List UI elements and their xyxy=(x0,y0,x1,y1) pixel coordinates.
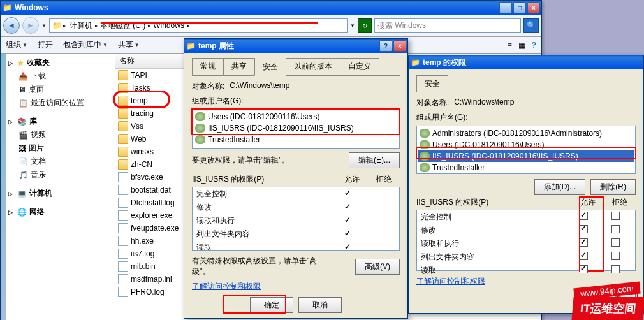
sidebar-item-recent[interactable]: 📋最近访问的位置 xyxy=(7,96,113,110)
include-menu[interactable]: 包含到库中▼ xyxy=(63,40,108,50)
tab-2[interactable]: 安全 xyxy=(254,59,286,76)
deny-header: 拒绝 xyxy=(604,197,636,208)
properties-dialog: 📁 temp 属性 ? × 常规共享安全以前的版本自定义 对象名称: C:\Wi… xyxy=(184,38,408,319)
allow-checkbox[interactable] xyxy=(580,212,588,220)
nav-strip xyxy=(1,54,6,320)
props-titlebar[interactable]: 📁 temp 属性 ? × xyxy=(184,39,407,53)
help-icon[interactable]: ? xyxy=(532,41,536,50)
file-name: bootstat.dat xyxy=(131,185,171,194)
deny-checkbox[interactable] xyxy=(611,212,620,220)
open-menu[interactable]: 打开 xyxy=(38,40,53,50)
back-button[interactable]: ◄ xyxy=(3,17,20,34)
deny-checkbox[interactable] xyxy=(611,238,620,247)
sidebar-item-pictures[interactable]: 🖼图片 xyxy=(7,142,113,155)
share-menu[interactable]: 共享▼ xyxy=(118,40,140,50)
allow-checkbox[interactable] xyxy=(580,238,588,247)
dropdown-icon[interactable]: ▼ xyxy=(350,23,355,29)
folder-icon: 📁 xyxy=(186,41,196,51)
perm-label: 完全控制 xyxy=(421,212,567,222)
ok-button[interactable]: 确定 xyxy=(250,297,293,313)
group-icon xyxy=(195,124,205,133)
forward-button[interactable]: ► xyxy=(22,17,39,34)
favorites-header[interactable]: ▷★收藏夹 xyxy=(7,56,113,69)
organize-menu[interactable]: 组织▼ xyxy=(6,40,27,50)
group-row[interactable]: Administrators (IDC-01812090116\Administ… xyxy=(418,127,634,139)
search-input[interactable]: 搜索 Windows xyxy=(374,18,521,33)
group-icon xyxy=(420,140,430,149)
perm-row: 读取和执行 xyxy=(417,237,635,251)
file-name: mib.bin xyxy=(131,262,156,271)
explorer-title: Windows xyxy=(15,3,499,12)
help-button[interactable]: ? xyxy=(379,40,392,52)
deny-header: 拒绝 xyxy=(368,174,400,185)
libraries-header[interactable]: ▷📚库 xyxy=(7,115,113,128)
explorer-titlebar[interactable]: 📁 Windows _ □ × xyxy=(1,1,541,15)
computer-header[interactable]: ▷💻计算机 xyxy=(7,187,113,200)
sidebar-item-documents[interactable]: 📄文档 xyxy=(7,155,113,168)
allow-checkbox[interactable] xyxy=(580,265,588,273)
group-icon xyxy=(195,112,205,121)
close-button[interactable]: × xyxy=(527,2,540,13)
group-row[interactable]: Users (IDC-01812090116\Users) xyxy=(418,139,634,150)
perm-label: 读取 xyxy=(421,265,567,276)
perm-header-label: IIS_IUSRS 的权限(P) xyxy=(416,197,572,208)
perm-label: 读取 xyxy=(196,242,332,251)
address-bar[interactable]: 📁 ▸ 计算机 ▸ 本地磁盘 (C:) ▸ Windows ▸ xyxy=(49,18,348,33)
perm-row: 修改✓ xyxy=(193,201,399,214)
folder-icon xyxy=(118,147,128,157)
group-row[interactable]: TrustedInstaller xyxy=(418,162,634,173)
file-name: TAPI xyxy=(131,71,147,80)
preview-icon[interactable]: ▦ xyxy=(518,41,525,50)
groups-list[interactable]: Users (IDC-01812090116\Users)IIS_IUSRS (… xyxy=(192,109,400,149)
perm-label: 修改 xyxy=(196,202,332,213)
close-button[interactable]: × xyxy=(393,40,406,52)
group-row[interactable]: Users (IDC-01812090116\Users) xyxy=(194,111,398,122)
view-icon[interactable]: ≡ xyxy=(508,41,512,50)
perm-titlebar[interactable]: 📁 temp 的权限 xyxy=(409,55,643,69)
file-icon xyxy=(118,261,128,272)
dropdown-icon[interactable]: ▼ xyxy=(41,23,47,29)
group-row[interactable]: TrustedInstaller xyxy=(194,134,398,145)
sidebar-item-desktop[interactable]: 🖥桌面 xyxy=(7,83,113,96)
remove-button[interactable]: 删除(R) xyxy=(590,179,636,195)
learn-link[interactable]: 了解访问控制和权限 xyxy=(192,281,400,292)
minimize-button[interactable]: _ xyxy=(499,2,512,13)
maximize-button[interactable]: □ xyxy=(513,2,526,13)
group-icon xyxy=(420,163,430,172)
sidebar-item-music[interactable]: 🎵音乐 xyxy=(7,168,113,182)
network-header[interactable]: ▷🌐网络 xyxy=(7,205,113,219)
check-icon: ✓ xyxy=(344,242,351,251)
allow-checkbox[interactable] xyxy=(580,252,588,260)
perm-label: 完全控制 xyxy=(196,189,332,200)
sidebar-item-videos[interactable]: 🎬视频 xyxy=(7,128,113,142)
tab-3[interactable]: 以前的版本 xyxy=(286,58,340,75)
group-row[interactable]: IIS_IUSRS (IDC-01812090116\IIS_IUSRS) xyxy=(194,122,398,134)
file-icon xyxy=(118,172,128,182)
search-button[interactable]: 🔍 xyxy=(523,18,539,33)
crumb-computer[interactable]: 计算机 xyxy=(67,19,95,33)
deny-checkbox[interactable] xyxy=(611,265,620,273)
folder-icon xyxy=(118,70,128,80)
group-name: IIS_IUSRS (IDC-01812090116\IIS_IUSRS) xyxy=(208,124,354,133)
refresh-button[interactable]: ↻ xyxy=(358,18,372,33)
crumb-drive[interactable]: 本地磁盘 (C:) xyxy=(98,19,148,33)
allow-checkbox[interactable] xyxy=(580,225,588,233)
perm-title: temp 的权限 xyxy=(423,57,642,68)
deny-checkbox[interactable] xyxy=(611,252,620,260)
advanced-button[interactable]: 高级(V) xyxy=(355,259,400,275)
object-name-value: C:\Windows\temp xyxy=(454,98,514,108)
edit-button[interactable]: 编辑(E)... xyxy=(349,152,400,168)
tab-1[interactable]: 共享 xyxy=(223,58,255,75)
deny-checkbox[interactable] xyxy=(611,225,620,233)
tab-security[interactable]: 安全 xyxy=(416,75,448,92)
file-icon xyxy=(118,274,128,284)
advanced-hint: 有关特殊权限或高级设置，请单击"高级"。 xyxy=(192,256,319,277)
groups-list[interactable]: Administrators (IDC-01812090116\Administ… xyxy=(416,126,636,174)
cancel-button[interactable]: 取消 xyxy=(298,297,342,313)
sidebar-item-downloads[interactable]: 📥下载 xyxy=(7,69,113,83)
tab-0[interactable]: 常规 xyxy=(192,58,224,75)
add-button[interactable]: 添加(D)... xyxy=(534,179,586,195)
file-name: temp xyxy=(131,96,148,105)
tab-4[interactable]: 自定义 xyxy=(340,58,379,75)
group-row[interactable]: IIS_IUSRS (IDC-01812090116\IIS_IUSRS) xyxy=(418,150,634,162)
